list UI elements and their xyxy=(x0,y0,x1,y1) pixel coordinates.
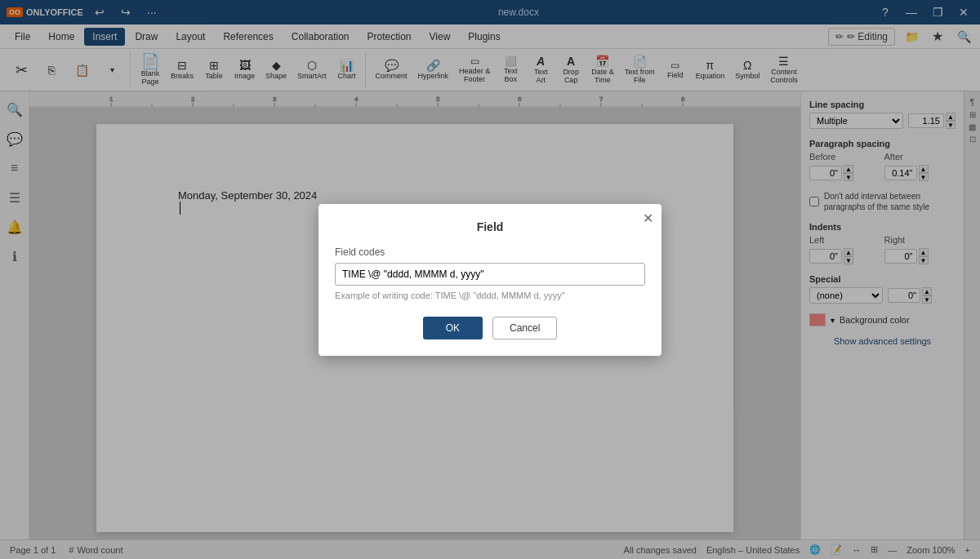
cancel-button[interactable]: Cancel xyxy=(492,317,557,339)
modal-title: Field xyxy=(335,220,645,233)
field-codes-input[interactable] xyxy=(335,263,645,286)
modal-buttons: OK Cancel xyxy=(335,317,645,339)
modal-close-button[interactable]: ✕ xyxy=(643,211,653,226)
field-codes-label: Field codes xyxy=(335,246,645,258)
modal-overlay[interactable]: Field ✕ Field codes Example of writing c… xyxy=(0,0,980,559)
field-codes-hint: Example of writing code: TIME \@ "dddd, … xyxy=(335,291,645,300)
field-dialog: Field ✕ Field codes Example of writing c… xyxy=(318,204,662,356)
ok-button[interactable]: OK xyxy=(423,317,483,339)
